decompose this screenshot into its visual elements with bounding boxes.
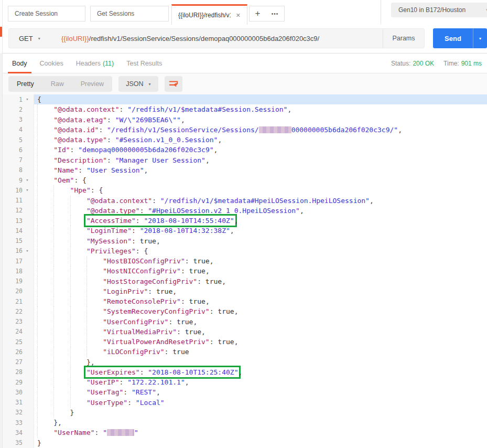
code-content: "UserExpires": "2018-08-10T15:25:40Z", [34,367,487,377]
send-button[interactable]: Send ▾ [433,28,487,48]
line-number: 33 [3,419,23,426]
indent-guide [70,306,86,316]
headers-count-badge: (11) [103,60,114,67]
tab-test-results[interactable]: Test Results [120,54,168,73]
code-token: " [134,429,138,436]
code-line: 24"VirtualMediaPriv": true, [3,327,487,337]
line-number: 4 [3,126,23,133]
code-token: , [234,307,239,315]
pretty-button[interactable]: Pretty [8,80,42,88]
method-dropdown[interactable]: GET ▾ [9,35,61,42]
new-tab-button[interactable]: + [249,6,266,22]
response-status: Status:200 OK Time:901 ms [391,54,487,73]
tab-create-session[interactable]: Create Session [8,6,85,22]
indent-guide [86,327,103,337]
code-content: "UserName": "" [34,428,487,438]
tab-body[interactable]: Body [6,54,34,73]
code-token: "SystemRecoveryConfigPriv" [103,307,210,315]
format-dropdown[interactable]: JSON ▾ [118,76,158,92]
code-token: "AccessTime" [86,217,136,225]
indent-guide [70,206,86,216]
code-line: 33}, [3,418,487,428]
code-token: "LoginPriv" [103,287,148,295]
code-line: 18"HostNICConfigPriv": true, [3,266,487,276]
code-token: : [132,227,140,234]
send-options-button[interactable]: ▾ [473,28,487,48]
code-token: true [189,297,205,305]
code-token: , [287,105,291,113]
fold-arrow-icon[interactable]: ▾ [23,97,32,102]
fold-arrow-icon[interactable]: ▾ [23,188,32,193]
url-input[interactable]: {{iloURI}}/redfish/v1/SessionService/Ses… [61,35,383,42]
code-content: "@odata.type": "#HpeiLOSession.v2_1_0.Hp… [34,206,487,216]
indent-guide [37,286,53,296]
close-icon[interactable]: ✕ [236,12,241,19]
wrap-lines-icon [168,79,179,89]
tab-headers[interactable]: Headers (11) [70,54,121,73]
raw-button[interactable]: Raw [42,80,72,88]
code-token: , [210,257,214,265]
url-variable: {{iloURI}} [61,35,89,42]
indent-guide [37,387,53,397]
params-button[interactable]: Params [383,29,424,48]
indent-guide [53,236,70,246]
line-gutter: 24 [3,327,34,337]
tab-get-sessions[interactable]: Get Sessions [90,6,169,22]
response-body-json: 1▾{2"@odata.context": "/redfish/v1/$meta… [3,94,487,448]
preview-button[interactable]: Preview [72,80,112,88]
line-gutter: 10▾ [3,185,34,195]
indent-guide [37,357,53,367]
fold-arrow-icon[interactable]: ▾ [23,178,32,183]
code-token: "@odata.type" [86,207,140,215]
code-token: , [185,378,189,386]
format-label: JSON [126,80,143,88]
code-line: 32} [3,408,487,418]
indent-guide [37,418,53,428]
line-gutter: 7 [3,155,34,165]
environment-selector[interactable]: Gen10 in B172/Houston ▾ [391,3,487,17]
code-content: } [34,438,487,448]
chevron-down-icon: ▾ [38,36,40,41]
code-content: "@odata.id": "/redfish/v1/SessionService… [34,125,487,135]
indent-guide [37,337,53,347]
more-tabs-button[interactable]: ••• [266,6,285,22]
tab-label: Body [12,60,27,67]
code-token: true [193,257,209,265]
request-url-row: GET ▾ {{iloURI}}/redfish/v1/SessionServi… [3,25,487,53]
code-token: "UserExpires" [86,368,140,376]
indent-guide [86,256,103,266]
line-number: 3 [3,116,23,123]
code-content: } [34,408,487,418]
line-number: 12 [3,207,23,214]
indent-guide [70,236,86,246]
code-token: true [156,287,172,295]
code-token: , [300,207,304,215]
code-line: 15"MySession": true, [3,236,487,246]
code-token: "UserName" [53,429,94,436]
response-tab-bar: Body Cookies Headers (11) Test Results S… [3,53,487,73]
code-token: , [234,217,239,225]
ellipsis-icon: ••• [272,11,279,17]
plus-icon: + [255,8,261,19]
code-token: , [214,146,218,154]
fold-arrow-icon[interactable]: ▾ [23,249,32,253]
code-token: true [177,318,193,326]
wrap-lines-button[interactable] [165,76,182,92]
tab-cookies[interactable]: Cookies [34,54,70,73]
chevron-down-icon: ▾ [148,82,150,87]
tab-label: Get Sessions [97,10,134,17]
line-number: 29 [3,379,23,386]
url-path: /redfish/v1/SessionService/Sessions/demo… [89,35,319,42]
line-number: 20 [3,287,23,295]
indent-guide [70,317,86,327]
code-token: "User Session" [86,166,144,174]
code-token: , [201,328,205,336]
line-gutter: 35 [3,438,34,448]
tab-label: Cookies [40,60,63,67]
indent-guide [70,276,86,286]
indent-guide [70,216,86,226]
indent-guide [70,398,86,408]
tab-active-request[interactable]: {{iloURI}}/redfish/v1/: ✕ [171,4,247,25]
indent-guide [53,408,70,418]
code-line: 21"RemoteConsolePriv": true, [3,296,487,306]
